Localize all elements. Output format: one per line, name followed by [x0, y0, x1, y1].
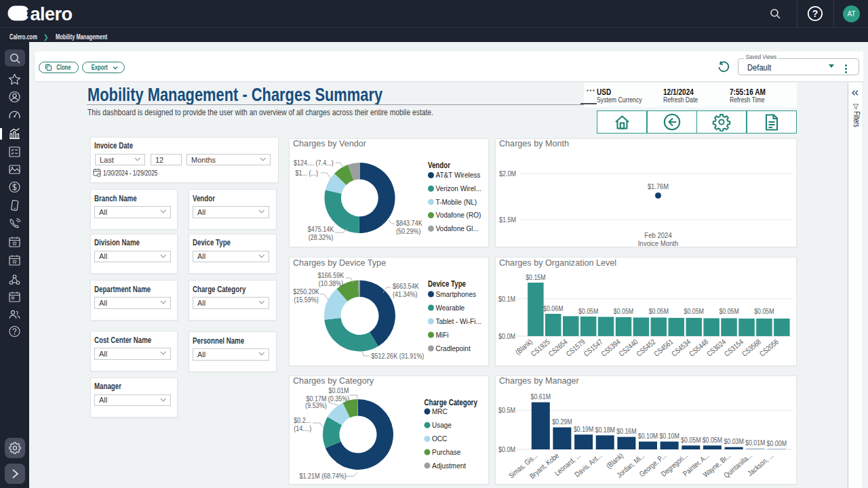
svg-text:(15.59%): (15.59%) — [294, 296, 319, 304]
svg-text:CS1547: CS1547 — [582, 338, 604, 358]
svg-text:Vendor: Vendor — [428, 160, 450, 169]
svg-text:Tablet - Wi-Fi...: Tablet - Wi-Fi... — [435, 317, 481, 325]
svg-text:(10.38%): (10.38%) — [318, 279, 343, 287]
svg-text:(9.53%): (9.53%) — [305, 401, 327, 409]
svg-text:(28.32%): (28.32%) — [308, 232, 333, 241]
svg-text:$475.14K: $475.14K — [307, 224, 334, 232]
svg-text:$0.03M: $0.03M — [724, 437, 743, 445]
svg-text:$0.00M: $0.00M — [766, 439, 786, 447]
svg-text:$2.0M: $2.0M — [498, 169, 515, 177]
svg-text:$0.05M: $0.05M — [681, 435, 701, 443]
svg-text:CS3568: CS3568 — [740, 338, 762, 358]
svg-text:Usage: Usage — [432, 421, 452, 429]
svg-text:$0.1M: $0.1M — [498, 295, 515, 303]
svg-text:(50.29%): (50.29%) — [396, 226, 421, 235]
svg-text:$1.5M: $1.5M — [498, 215, 515, 223]
svg-text:$843.74K: $843.74K — [396, 218, 422, 226]
svg-text:$663.54K: $663.54K — [393, 282, 419, 290]
svg-text:(0.35%): (0.35%) — [328, 394, 349, 402]
svg-text:$0.15M: $0.15M — [526, 273, 545, 281]
svg-text:Wearable: Wearable — [435, 304, 465, 312]
svg-text:$1.76M: $1.76M — [647, 182, 668, 190]
svg-text:$0.10M: $0.10M — [637, 432, 657, 440]
svg-text:$0.5M: $0.5M — [498, 406, 515, 414]
svg-text:$124.... (7.4...): $124.... (7.4...) — [294, 159, 334, 167]
svg-text:$0.10M: $0.10M — [659, 432, 679, 440]
svg-text:CS1925: CS1925 — [529, 338, 551, 358]
svg-text:$0.01M: $0.01M — [745, 439, 765, 447]
svg-text:CS2440: CS2440 — [616, 338, 639, 358]
svg-text:Feb 2024: Feb 2024 — [644, 231, 671, 239]
svg-text:?: ? — [812, 8, 818, 19]
svg-text:Cradlepoint: Cradlepoint — [435, 344, 470, 352]
svg-text:$512.26K (31.91%): $512.26K (31.91%) — [371, 352, 424, 360]
svg-text:$0.05M: $0.05M — [702, 435, 722, 443]
svg-text:$0.05M: $0.05M — [754, 307, 774, 315]
svg-text:$0.0M: $0.0M — [498, 332, 515, 340]
svg-text:CS5448: CS5448 — [687, 338, 709, 358]
svg-text:Smartphones: Smartphones — [435, 290, 476, 298]
svg-text:MiFi: MiFi — [435, 331, 448, 339]
svg-text:Adjustment: Adjustment — [432, 461, 466, 469]
svg-text:Vodafone Gl...: Vodafone Gl... — [435, 224, 478, 232]
svg-text:$0.05M: $0.05M — [613, 307, 633, 315]
svg-text:$0.61M: $0.61M — [530, 392, 550, 401]
svg-text:Vodafone (RO): Vodafone (RO) — [435, 211, 481, 219]
svg-text:CS3024: CS3024 — [705, 338, 727, 358]
svg-text:$166.59K: $166.59K — [317, 271, 344, 279]
svg-text:CS2056: CS2056 — [757, 338, 780, 358]
svg-text:CS4534: CS4534 — [669, 338, 692, 358]
svg-text:$0.05M: $0.05M — [719, 307, 738, 315]
svg-text:Invoice Month: Invoice Month — [637, 239, 678, 247]
svg-text:$0.05M: $0.05M — [648, 307, 668, 315]
svg-text:Purchase: Purchase — [432, 447, 460, 455]
svg-text:$0.18M: $0.18M — [595, 425, 614, 433]
svg-text:Charge Category: Charge Category — [424, 398, 477, 407]
svg-text:$0.01M: $0.01M — [328, 386, 349, 394]
svg-text:CS1579: CS1579 — [564, 338, 587, 358]
svg-text:CS5394: CS5394 — [599, 338, 622, 358]
svg-text:CS5452: CS5452 — [634, 338, 656, 358]
svg-text:$1... (...): $1... (...) — [295, 169, 318, 177]
svg-text:CS4561: CS4561 — [652, 338, 674, 358]
svg-text:(14....): (14....) — [294, 424, 311, 432]
svg-text:OCC: OCC — [432, 434, 447, 443]
svg-text:$0.05M: $0.05M — [578, 307, 597, 315]
svg-text:MRC: MRC — [432, 407, 448, 415]
svg-text:$0.16M: $0.16M — [616, 427, 636, 435]
svg-text:AT&T Wireless: AT&T Wireless — [435, 171, 480, 179]
svg-text:Verizon Wirel...: Verizon Wirel... — [435, 184, 481, 192]
svg-text:$0.2...: $0.2... — [294, 416, 311, 424]
svg-text:CS3154: CS3154 — [722, 338, 745, 358]
svg-text:$1.21M (68.74%): $1.21M (68.74%) — [299, 472, 346, 480]
svg-text:$0.19M: $0.19M — [573, 424, 593, 432]
svg-text:(41.34%): (41.34%) — [393, 290, 418, 298]
svg-text:Device Type: Device Type — [428, 279, 466, 289]
svg-text:T-Mobile (NL): T-Mobile (NL) — [435, 197, 477, 205]
svg-text:$250.20K: $250.20K — [293, 287, 319, 296]
svg-text:$0.29M: $0.29M — [552, 418, 572, 426]
svg-text:CS2654: CS2654 — [547, 338, 569, 358]
svg-text:$0.06M: $0.06M — [543, 304, 563, 312]
svg-text:$0.0M: $0.0M — [498, 445, 515, 453]
svg-text:$0.05M: $0.05M — [684, 307, 703, 315]
svg-text:alero: alero — [31, 4, 73, 24]
